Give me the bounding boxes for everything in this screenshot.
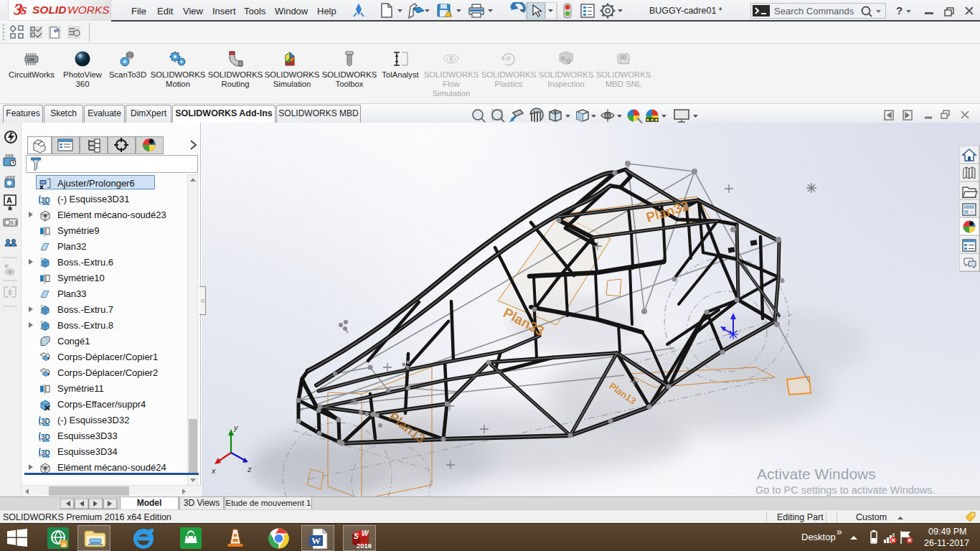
svg-text:3D: 3D	[620, 55, 626, 60]
svg-text:!: !	[450, 12, 451, 17]
svg-text:Ɜs: Ɜs	[13, 1, 27, 18]
svg-text:2016: 2016	[357, 542, 372, 550]
svg-text:x: x	[211, 466, 216, 475]
svg-text:0.3: 0.3	[11, 220, 17, 225]
svg-text:CW: CW	[27, 57, 34, 62]
svg-text:W: W	[311, 535, 321, 546]
svg-text:Activate Windows: Activate Windows	[757, 466, 876, 482]
svg-text:Q: Q	[566, 57, 570, 64]
svg-text:PDF: PDF	[621, 60, 629, 64]
svg-text:A: A	[6, 196, 12, 204]
svg-text:Go to PC settings to activate: Go to PC settings to activate Windows.	[755, 484, 936, 496]
svg-text:S: S	[561, 55, 565, 62]
svg-text:SOLID: SOLID	[32, 4, 66, 16]
svg-text:z: z	[247, 465, 252, 474]
svg-text:P: P	[507, 55, 511, 62]
svg-text:S: S	[354, 532, 359, 540]
svg-text:WORKS: WORKS	[67, 4, 110, 16]
svg-text:W: W	[362, 529, 369, 537]
